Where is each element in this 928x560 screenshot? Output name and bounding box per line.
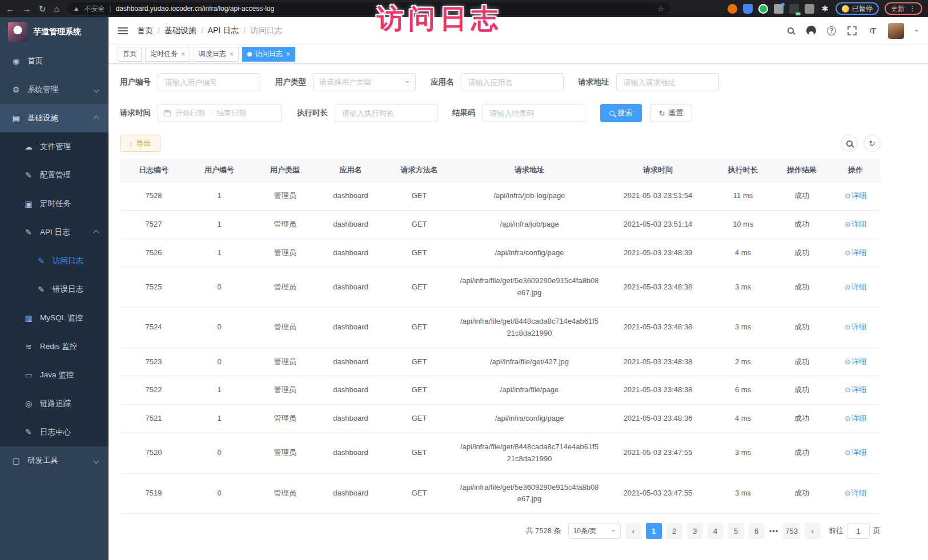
detail-link[interactable]: ⊙详细: [845, 489, 866, 497]
user-type-label: 用户类型: [275, 77, 306, 87]
sidebar-item-10[interactable]: ≋Redis 监控: [0, 332, 109, 361]
sidebar-item-6[interactable]: ✎API 日志: [0, 218, 109, 247]
export-button[interactable]: ↓ 导出: [120, 135, 160, 152]
tag-2[interactable]: 调度日志×: [194, 47, 239, 62]
close-icon[interactable]: ×: [181, 50, 185, 58]
refresh-table-button[interactable]: ↻: [863, 135, 881, 152]
extension-icon-puzzle[interactable]: [774, 4, 784, 14]
app-name-input[interactable]: [461, 73, 564, 91]
extension-icon-pinwheel[interactable]: ✱: [820, 4, 830, 14]
cell-4: GET: [383, 348, 456, 376]
close-icon[interactable]: ×: [286, 50, 290, 58]
cell-0: 7527: [120, 210, 187, 239]
sidebar-item-label: 文件管理: [40, 142, 71, 152]
search-button[interactable]: 搜索: [600, 104, 642, 122]
sidebar-item-11[interactable]: ▭Java 监控: [0, 361, 109, 389]
logo-image: [8, 22, 27, 42]
sidebar-item-12[interactable]: ◎链路追踪: [0, 389, 109, 418]
sidebar-item-3[interactable]: ☁文件管理: [0, 132, 109, 161]
tag-3[interactable]: 访问日志×: [242, 47, 295, 62]
reset-button[interactable]: ↻ 重置: [650, 104, 693, 122]
page-button-753[interactable]: 753: [783, 523, 800, 539]
close-icon[interactable]: ×: [230, 50, 234, 58]
sidebar-item-0[interactable]: ◉首页: [0, 47, 109, 75]
cell-8: 成功: [773, 433, 830, 473]
sidebar-item-14[interactable]: ▢研发工具: [0, 446, 109, 475]
sidebar-item-5[interactable]: ▣定时任务: [0, 190, 109, 218]
avatar-caret-down-icon[interactable]: [914, 30, 919, 34]
docs-help-icon[interactable]: ?: [826, 26, 837, 36]
detail-link[interactable]: ⊙详细: [845, 414, 866, 422]
page-button-1[interactable]: 1: [646, 523, 662, 539]
cell-5: /api/infra/file/get/427.jpg: [456, 348, 603, 376]
sidebar-item-8[interactable]: ✎错误日志: [0, 275, 109, 304]
request-url-input[interactable]: [616, 73, 719, 91]
hamburger-icon[interactable]: [118, 27, 128, 34]
tag-1[interactable]: 定时任务×: [145, 47, 190, 62]
breadcrumb-api-log[interactable]: API 日志: [208, 26, 239, 36]
extension-icon-monkey[interactable]: [805, 4, 814, 14]
browser-reload-icon[interactable]: ↻: [39, 5, 46, 13]
extension-icon-an-badge[interactable]: an: [789, 4, 799, 14]
cell-7: 4 ms: [713, 239, 773, 267]
browser-back-icon[interactable]: ←: [6, 5, 14, 13]
more-pages-icon[interactable]: •••: [769, 527, 779, 535]
next-page-button[interactable]: ›: [805, 523, 821, 539]
detail-link[interactable]: ⊙详细: [845, 220, 866, 228]
browser-home-icon[interactable]: ⌂: [54, 5, 59, 13]
eye-icon: ⊙: [845, 414, 850, 422]
sidebar-item-2[interactable]: ▤基础设施: [0, 104, 109, 132]
detail-link[interactable]: ⊙详细: [845, 191, 866, 200]
extension-icon-orange[interactable]: [728, 4, 737, 14]
breadcrumb-infra[interactable]: 基础设施: [164, 26, 196, 36]
browser-forward-icon[interactable]: →: [22, 5, 31, 13]
extension-icon-shield[interactable]: [743, 4, 753, 14]
user-id-input[interactable]: [158, 73, 260, 91]
bookmark-star-icon[interactable]: ☆: [657, 5, 664, 13]
detail-link[interactable]: ⊙详细: [845, 248, 866, 257]
detail-link[interactable]: ⊙详细: [845, 385, 866, 394]
sidebar-item-label: 配置管理: [40, 170, 71, 180]
page-button-6[interactable]: 6: [749, 523, 765, 539]
cell-5: /api/infra/file/page: [456, 376, 603, 405]
github-icon[interactable]: [806, 26, 816, 36]
browser-menu-kebab-icon[interactable]: ⋮: [909, 5, 916, 13]
page-button-2[interactable]: 2: [666, 523, 682, 539]
update-button[interactable]: 更新 ⋮: [885, 2, 922, 15]
breadcrumb-home[interactable]: 首页: [137, 26, 153, 36]
result-code-input[interactable]: [483, 104, 585, 122]
sidebar-item-1[interactable]: ⚙系统管理: [0, 75, 109, 104]
duration-input[interactable]: [335, 104, 437, 122]
url-text[interactable]: dashboard.yudao.iocoder.cn/infra/log/api…: [116, 5, 653, 13]
sidebar-item-13[interactable]: ✎日志中心: [0, 418, 109, 446]
hide-search-button[interactable]: [841, 135, 858, 152]
paused-status-pill[interactable]: 已暂停: [835, 2, 879, 15]
cell-4: GET: [383, 307, 456, 348]
goto-page-input[interactable]: [847, 523, 870, 539]
header-search-icon[interactable]: [785, 26, 796, 36]
sidebar-item-4[interactable]: ✎配置管理: [0, 161, 109, 190]
sidebar-item-7[interactable]: ✎访问日志: [0, 247, 109, 275]
detail-link[interactable]: ⊙详细: [845, 283, 866, 291]
app-logo[interactable]: 芋道管理系统: [0, 17, 109, 47]
request-time-range-picker[interactable]: 开始日期 - 结束日期: [158, 104, 282, 122]
sidebar-item-9[interactable]: ▥MySQL 监控: [0, 304, 109, 332]
font-size-icon[interactable]: tT: [867, 26, 878, 36]
extension-icon-green[interactable]: [758, 4, 768, 14]
detail-link[interactable]: ⊙详细: [845, 357, 866, 366]
user-avatar[interactable]: [888, 23, 904, 39]
page-button-3[interactable]: 3: [687, 523, 703, 539]
page-button-4[interactable]: 4: [708, 523, 724, 539]
page-size-select[interactable]: 10条/页: [568, 523, 621, 539]
detail-link[interactable]: ⊙详细: [845, 448, 866, 457]
prev-page-button[interactable]: ‹: [625, 523, 641, 539]
tag-0[interactable]: 首页: [118, 47, 142, 62]
cell-actions: ⊙详细: [830, 376, 881, 405]
fullscreen-icon[interactable]: [847, 26, 857, 36]
user-type-select[interactable]: 请选择用户类型: [313, 73, 416, 91]
cell-6: 2021-05-03 23:48:38: [603, 267, 713, 308]
address-bar[interactable]: ▲ 不安全 | dashboard.yudao.iocoder.cn/infra…: [67, 2, 670, 15]
detail-link[interactable]: ⊙详细: [845, 323, 866, 331]
table-row: 75200管理员dashboardGET/api/infra/file/get/…: [120, 433, 881, 473]
page-button-5[interactable]: 5: [728, 523, 744, 539]
